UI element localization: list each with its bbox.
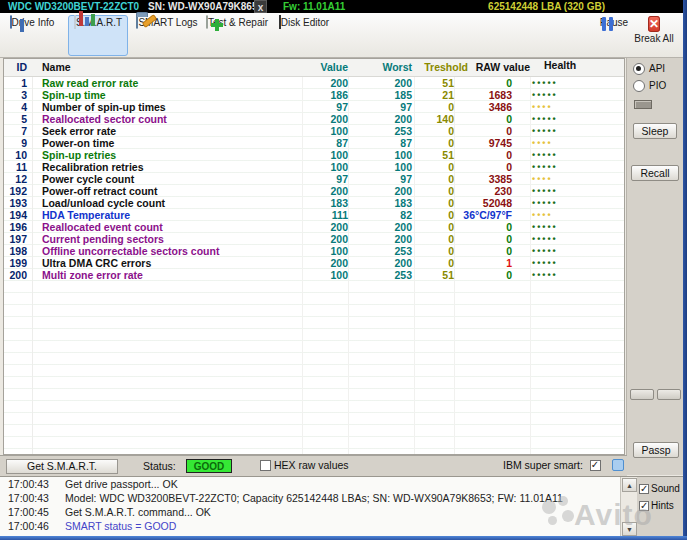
table-row[interactable]: 11 Recalibration retries 100 100 0 0 •••… xyxy=(4,161,624,173)
log-line: 17:00:46 SMART status = GOOD xyxy=(0,520,637,533)
ibm-secondary-checkbox[interactable] xyxy=(612,459,624,471)
cell-raw: 0 xyxy=(454,77,530,89)
table-row[interactable]: 194 HDA Temperature 111 82 0 36°C/97°F •… xyxy=(4,209,624,221)
health-dots: ••••• xyxy=(530,185,624,197)
log-text: Get drive passport... OK xyxy=(55,478,178,491)
log-lines: 17:00:43 Get drive passport... OK 17:00:… xyxy=(0,478,637,533)
cell-raw: 36°C/97°F xyxy=(454,209,530,221)
table-row[interactable]: 7 Seek error rate 100 253 0 0 ••••• xyxy=(4,125,624,137)
cell-name: Current pending sectors xyxy=(32,233,302,245)
log-line: 17:00:43 Get drive passport... OK xyxy=(0,478,637,491)
cell-worst: 97 xyxy=(348,173,414,185)
header-id[interactable]: ID xyxy=(4,59,32,76)
test-repair-button[interactable]: Test & Repair xyxy=(204,15,270,56)
log-scrollbar[interactable]: ▲ ▼ xyxy=(620,477,637,537)
recall-button[interactable]: Recall xyxy=(631,165,679,181)
drive-info-button[interactable]: Drive Info xyxy=(2,15,62,56)
cell-worst: 200 xyxy=(348,185,414,197)
cell-treshold: 0 xyxy=(414,233,454,245)
window-border-bottom xyxy=(0,536,687,540)
table-row[interactable]: 196 Reallocated event count 200 200 0 0 … xyxy=(4,221,624,233)
table-row[interactable]: 199 Ultra DMA CRC errors 200 200 0 1 •••… xyxy=(4,257,624,269)
cell-treshold: 0 xyxy=(414,185,454,197)
table-row[interactable]: 12 Power cycle count 97 97 0 3385 •••• xyxy=(4,173,624,185)
table-row[interactable]: 3 Spin-up time 186 185 21 1683 ••••• xyxy=(4,89,624,101)
smart-logs-button[interactable]: SMART Logs xyxy=(134,15,200,56)
log-line: 17:00:45 Get S.M.A.R.T. command... OK xyxy=(0,506,637,519)
radio-pio[interactable]: PIO xyxy=(633,79,683,92)
cell-value: 87 xyxy=(302,137,348,149)
cell-treshold: 0 xyxy=(414,257,454,269)
table-row[interactable]: 5 Reallocated sector count 200 200 140 0… xyxy=(4,113,624,125)
ibm-super-smart-option[interactable]: IBM super smart: xyxy=(503,459,624,471)
smart-tab-button[interactable]: S.M.A.R.T xyxy=(68,15,128,56)
disk-editor-button[interactable]: Disk Editor xyxy=(274,15,334,56)
cell-worst: 253 xyxy=(348,125,414,137)
cell-value: 97 xyxy=(302,173,348,185)
hints-checkbox[interactable] xyxy=(639,501,649,511)
break-all-button[interactable]: ✕ Break All xyxy=(626,15,682,56)
drive-serial: SN: WD-WX90A79K8653 xyxy=(148,0,263,13)
cell-id: 7 xyxy=(4,125,32,137)
radio-pio-label: PIO xyxy=(649,80,666,91)
cell-worst: 200 xyxy=(348,257,414,269)
activity-led-indicator xyxy=(634,100,652,109)
scroll-up-icon[interactable]: ▲ xyxy=(622,478,637,492)
cell-treshold: 0 xyxy=(414,125,454,137)
table-row[interactable]: 197 Current pending sectors 200 200 0 0 … xyxy=(4,233,624,245)
table-row[interactable]: 193 Load/unload cycle count 183 183 0 52… xyxy=(4,197,624,209)
sound-checkbox[interactable] xyxy=(639,484,649,494)
health-dots: •••• xyxy=(530,209,624,221)
table-row[interactable]: 4 Number of spin-up times 97 97 0 3486 •… xyxy=(4,101,624,113)
cell-value: 200 xyxy=(302,113,348,125)
mini-button-2[interactable] xyxy=(657,389,681,400)
health-dots: ••••• xyxy=(530,269,624,281)
disk-editor-label: Disk Editor xyxy=(281,17,329,28)
header-value[interactable]: Value xyxy=(302,59,348,76)
drive-tab-close-icon[interactable]: x xyxy=(254,0,267,13)
health-dots: ••••• xyxy=(530,221,624,233)
radio-api[interactable]: API xyxy=(633,62,683,75)
hints-option[interactable]: Hints xyxy=(639,500,683,511)
cell-name: Power-off retract count xyxy=(32,185,302,197)
cell-name: Multi zone error rate xyxy=(32,269,302,281)
sleep-button[interactable]: Sleep xyxy=(633,123,677,139)
cell-worst: 87 xyxy=(348,137,414,149)
table-row[interactable]: 1 Raw read error rate 200 200 51 0 ••••• xyxy=(4,77,624,89)
table-row[interactable]: 198 Offline uncorrectable sectors count … xyxy=(4,245,624,257)
get-smart-button[interactable]: Get S.M.A.R.T. xyxy=(6,459,118,474)
cell-name: Reallocated event count xyxy=(32,221,302,233)
header-raw[interactable]: RAW value xyxy=(468,59,530,76)
cell-treshold: 0 xyxy=(414,221,454,233)
mini-button-1[interactable] xyxy=(630,389,654,400)
health-dots: ••••• xyxy=(530,233,624,245)
cell-name: Recalibration retries xyxy=(32,161,302,173)
cell-treshold: 0 xyxy=(414,209,454,221)
hex-checkbox[interactable] xyxy=(260,460,271,471)
cell-raw: 9745 xyxy=(454,137,530,149)
header-name[interactable]: Name xyxy=(32,59,302,76)
sound-option[interactable]: Sound xyxy=(639,483,683,494)
victoria-app-window: WDC WD3200BEVT-22ZCT0 SN: WD-WX90A79K865… xyxy=(0,0,687,540)
cell-worst: 100 xyxy=(348,149,414,161)
table-row[interactable]: 10 Spin-up retries 100 100 51 0 ••••• xyxy=(4,149,624,161)
cell-treshold: 0 xyxy=(414,101,454,113)
header-worst[interactable]: Worst xyxy=(348,59,414,76)
cell-raw: 52048 xyxy=(454,197,530,209)
cell-id: 12 xyxy=(4,173,32,185)
table-row[interactable]: 200 Multi zone error rate 100 253 51 0 •… xyxy=(4,269,624,281)
table-row[interactable]: 9 Power-on time 87 87 0 9745 •••• xyxy=(4,137,624,149)
hex-raw-values-option[interactable]: HEX raw values xyxy=(260,459,349,471)
cell-worst: 253 xyxy=(348,269,414,281)
table-row[interactable]: 192 Power-off retract count 200 200 0 23… xyxy=(4,185,624,197)
cell-id: 192 xyxy=(4,185,32,197)
drive-info-icon xyxy=(10,15,12,29)
drive-title-bar: WDC WD3200BEVT-22ZCT0 SN: WD-WX90A79K865… xyxy=(0,0,683,13)
scroll-down-icon[interactable]: ▼ xyxy=(622,522,637,536)
cell-treshold: 51 xyxy=(414,149,454,161)
ibm-checkbox[interactable] xyxy=(590,460,601,471)
header-health[interactable]: Health xyxy=(530,59,624,76)
cell-value: 100 xyxy=(302,269,348,281)
passp-button[interactable]: Passp xyxy=(633,442,679,458)
header-treshold[interactable]: Treshold xyxy=(414,59,468,76)
